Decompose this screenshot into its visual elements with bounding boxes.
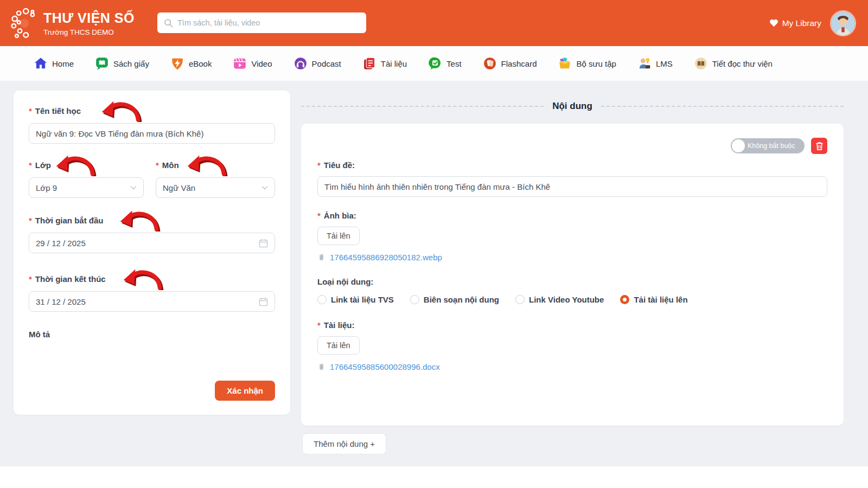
- chevron-down-icon: [261, 185, 268, 190]
- nav-label: Tiết đọc thư viện: [712, 59, 773, 68]
- description-label: Mô tả: [29, 330, 50, 339]
- home-icon: [34, 56, 48, 70]
- dots-logo-icon: [9, 7, 39, 40]
- end-date-input[interactable]: 31 / 12 / 2025: [29, 291, 275, 312]
- dashed-divider: [601, 106, 844, 107]
- cover-upload-button[interactable]: Tải lên: [317, 227, 360, 245]
- annotation-arrow-icon: [117, 207, 161, 232]
- logo-text: THƯ VIỆN SỐ Trường THCS DEMO: [43, 10, 135, 36]
- content-title-input[interactable]: [317, 176, 827, 197]
- content-type-label: Loại nội dung:: [317, 277, 373, 286]
- add-content-button[interactable]: Thêm nội dung +: [302, 433, 386, 454]
- required-marker: *: [29, 160, 32, 170]
- end-date-value: 31 / 12 / 2025: [36, 297, 86, 306]
- nav-label: Sách giấy: [113, 59, 149, 68]
- podcast-icon: [293, 56, 308, 70]
- class-subject-labels: * Lớp * Môn: [29, 159, 275, 171]
- subject-select[interactable]: Ngữ Văn: [156, 177, 275, 198]
- content-type-options: Link tài liệu TVS Biên soạn nội dung Lin…: [317, 295, 827, 304]
- dashed-divider: [301, 106, 544, 107]
- title-label-row: * Tiêu đề:: [317, 160, 827, 170]
- nav-item-lms[interactable]: LMS: [637, 56, 673, 70]
- subject-label: Môn: [162, 160, 179, 170]
- main-nav: Home Sách giấy eBook Video: [0, 46, 868, 81]
- test-icon: [428, 56, 442, 70]
- school-name: Trường THCS DEMO: [43, 28, 135, 36]
- content-type-label-row: Loại nội dung:: [317, 277, 827, 286]
- video-icon: [233, 56, 247, 70]
- radio-circle-icon: [410, 295, 419, 304]
- optional-toggle[interactable]: Không bắt buộc: [731, 138, 805, 153]
- lms-icon: [637, 56, 652, 70]
- flashcard-icon: [483, 56, 497, 70]
- nav-item-home[interactable]: Home: [34, 56, 74, 70]
- nav-item-collection[interactable]: Bộ sưu tập: [558, 56, 616, 70]
- search-bar: [157, 12, 366, 33]
- nav-label: Flashcard: [501, 59, 537, 68]
- radio-circle-icon: [317, 295, 327, 304]
- cover-file-link[interactable]: 17664595886928050182.webp: [330, 253, 442, 262]
- search-input[interactable]: [177, 18, 360, 27]
- ebook-icon: [170, 56, 184, 70]
- nav-item-video[interactable]: Video: [233, 56, 272, 70]
- annotation-arrow-icon: [98, 97, 143, 122]
- title-label: Tiêu đề:: [324, 160, 355, 170]
- library-reading-icon: [694, 56, 708, 70]
- radio-label: Link Video Youtube: [529, 295, 604, 304]
- nav-item-podcast[interactable]: Podcast: [293, 56, 341, 70]
- paperclip-icon: [317, 253, 326, 262]
- nav-label: Bộ sưu tập: [576, 59, 616, 68]
- document-file-row: 17664595885600028996.docx: [317, 362, 827, 371]
- required-marker: *: [317, 320, 321, 330]
- annotation-arrow-icon: [53, 151, 97, 176]
- nav-item-library-reading[interactable]: Tiết đọc thư viện: [694, 56, 773, 70]
- avatar-image: [831, 11, 855, 35]
- class-select[interactable]: Lớp 9: [29, 177, 144, 198]
- nav-item-documents[interactable]: Tài liệu: [362, 56, 407, 70]
- logo[interactable]: THƯ VIỆN SỐ Trường THCS DEMO: [9, 7, 135, 40]
- content-heading-text: Nội dung: [552, 101, 592, 112]
- class-select-value: Lớp 9: [36, 183, 57, 192]
- radio-link-tvs[interactable]: Link tài liệu TVS: [317, 295, 394, 304]
- content-block-actions: Không bắt buộc: [317, 138, 827, 154]
- chevron-down-icon: [130, 185, 137, 190]
- nav-item-ebook[interactable]: eBook: [170, 56, 212, 70]
- start-date-value: 29 / 12 / 2025: [36, 239, 86, 248]
- radio-youtube-link[interactable]: Link Video Youtube: [515, 295, 604, 304]
- required-marker: *: [29, 106, 32, 115]
- nav-label: LMS: [656, 59, 673, 68]
- required-marker: *: [156, 160, 159, 170]
- radio-compose-content[interactable]: Biên soạn nội dung: [410, 295, 499, 304]
- annotation-arrow-icon: [184, 151, 228, 176]
- submit-button[interactable]: Xác nhận: [215, 381, 275, 401]
- lesson-form-card: * Tên tiết học * Lớp *: [14, 91, 290, 415]
- document-file-link[interactable]: 17664595885600028996.docx: [330, 362, 440, 371]
- radio-upload-document[interactable]: Tải tài liệu lên: [620, 295, 687, 304]
- lesson-name-label: Tên tiết học: [35, 106, 81, 115]
- document-label-row: * Tài liệu:: [317, 320, 827, 330]
- paper-book-icon: [95, 56, 109, 70]
- toggle-knob: [732, 139, 745, 152]
- content-section-heading: Nội dung: [301, 101, 844, 112]
- radio-label: Biên soạn nội dung: [424, 295, 499, 304]
- required-marker: *: [317, 160, 321, 170]
- document-upload-button[interactable]: Tải lên: [317, 336, 360, 355]
- nav-item-paper-books[interactable]: Sách giấy: [95, 56, 149, 70]
- start-date-input[interactable]: 29 / 12 / 2025: [29, 233, 275, 253]
- end-date-label: Thời gian kết thúc: [35, 274, 106, 284]
- annotation-arrow-icon: [120, 265, 164, 290]
- user-avatar[interactable]: [830, 10, 856, 36]
- my-library-label: My Library: [782, 18, 821, 28]
- lesson-name-input[interactable]: [29, 123, 275, 144]
- lesson-name-label-row: * Tên tiết học: [29, 105, 275, 117]
- toggle-label: Không bắt buộc: [748, 142, 795, 150]
- delete-content-button[interactable]: [811, 138, 827, 154]
- nav-item-test[interactable]: Test: [428, 56, 462, 70]
- start-date-label-row: * Thời gian bắt đầu: [29, 214, 275, 226]
- my-library-link[interactable]: My Library: [769, 18, 821, 28]
- main-content: * Tên tiết học * Lớp *: [0, 81, 868, 466]
- paperclip-icon: [317, 363, 326, 371]
- nav-item-flashcard[interactable]: Flashcard: [483, 56, 537, 70]
- class-label: Lớp: [35, 160, 51, 170]
- cover-label-row: * Ảnh bìa:: [317, 211, 827, 220]
